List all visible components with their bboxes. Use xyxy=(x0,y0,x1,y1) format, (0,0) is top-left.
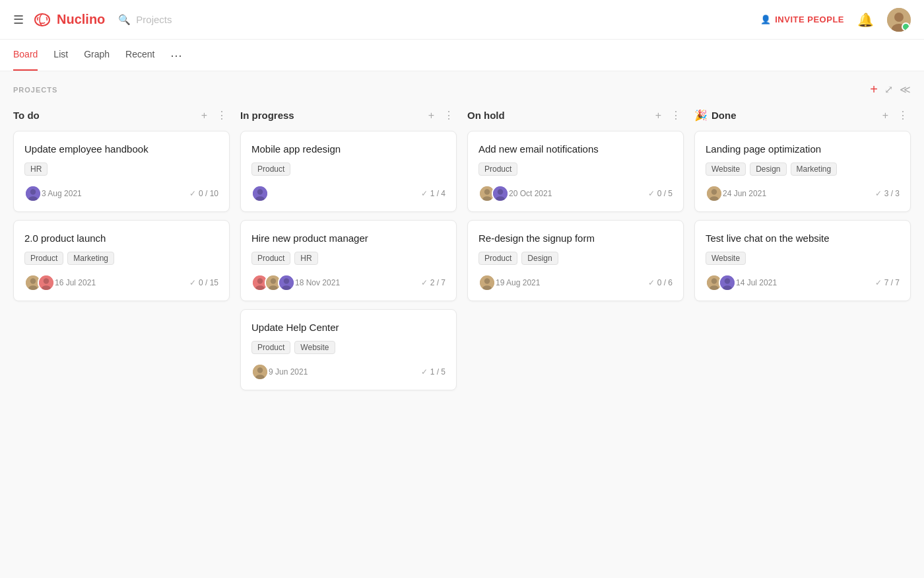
card[interactable]: Re-design the signup formProductDesign 1… xyxy=(467,220,684,301)
search-bar[interactable]: 🔍 Projects xyxy=(118,14,172,26)
column-more-button[interactable]: ⋮ xyxy=(668,108,684,123)
card-tags: ProductDesign xyxy=(478,252,673,265)
card-meta: 3 Aug 2021 xyxy=(24,185,82,202)
collapse-icon[interactable]: ≪ xyxy=(900,83,911,96)
user-avatar[interactable] xyxy=(887,8,911,32)
progress-text: 3 / 3 xyxy=(884,189,900,198)
card-meta: 14 Jul 2021 xyxy=(706,274,777,291)
tag[interactable]: Website xyxy=(706,163,746,176)
card[interactable]: Add new email notificationsProduct 20 Oc… xyxy=(467,131,684,212)
card[interactable]: Update Help CenterProductWebsite 9 Jun 2… xyxy=(240,309,457,390)
tag[interactable]: HR xyxy=(294,252,317,265)
tag[interactable]: Product xyxy=(251,341,290,354)
card-footer: 18 Nov 2021✓ 2 / 7 xyxy=(251,274,446,291)
check-icon: ✓ xyxy=(648,189,655,198)
avatar-group xyxy=(478,274,492,291)
tag[interactable]: Product xyxy=(251,163,290,176)
card-title: Test live chat on the website xyxy=(706,233,900,244)
logo-text: Nuclino xyxy=(57,12,105,27)
tag[interactable]: Design xyxy=(750,163,786,176)
column-more-button[interactable]: ⋮ xyxy=(441,108,457,123)
card-meta: 18 Nov 2021 xyxy=(251,274,340,291)
card-title: Re-design the signup form xyxy=(478,233,673,244)
notification-bell-icon[interactable]: 🔔 xyxy=(857,12,874,28)
svg-point-11 xyxy=(44,278,49,283)
check-icon: ✓ xyxy=(189,278,196,287)
svg-point-8 xyxy=(30,278,36,283)
svg-point-35 xyxy=(484,278,490,283)
svg-point-44 xyxy=(725,278,730,283)
avatar-group xyxy=(251,274,291,291)
svg-point-41 xyxy=(711,278,717,283)
expand-icon[interactable]: ⤢ xyxy=(884,83,893,96)
check-icon: ✓ xyxy=(421,278,428,287)
tag[interactable]: Marketing xyxy=(791,163,838,176)
card[interactable]: Update employee handbookHR 3 Aug 2021✓ 0… xyxy=(13,131,230,212)
svg-point-2 xyxy=(894,13,904,22)
card[interactable]: Test live chat on the websiteWebsite 14 … xyxy=(694,220,911,301)
check-icon: ✓ xyxy=(421,189,428,198)
column-more-button[interactable]: ⋮ xyxy=(895,108,911,123)
tag[interactable]: Product xyxy=(478,252,517,265)
card[interactable]: Landing page optimizationWebsiteDesignMa… xyxy=(694,131,911,212)
svg-point-38 xyxy=(711,189,717,194)
tag[interactable]: Product xyxy=(251,252,290,265)
tag[interactable]: Product xyxy=(478,163,517,176)
check-icon: ✓ xyxy=(648,278,655,287)
avatar-group xyxy=(706,185,719,202)
card-tags: WebsiteDesignMarketing xyxy=(706,163,900,176)
column-add-button[interactable]: + xyxy=(426,108,437,123)
card-tags: Website xyxy=(706,252,900,265)
card-tags: ProductWebsite xyxy=(251,341,446,354)
column-header: On hold+⋮ xyxy=(467,108,684,123)
avatar xyxy=(706,185,723,202)
card-footer: 14 Jul 2021✓ 7 / 7 xyxy=(706,274,900,291)
tab-list[interactable]: List xyxy=(53,40,68,71)
card[interactable]: Mobile app redesignProduct ✓ 1 / 4 xyxy=(240,131,457,212)
card[interactable]: Hire new product managerProductHR 18 Nov… xyxy=(240,220,457,301)
column-add-button[interactable]: + xyxy=(880,108,891,123)
tab-board[interactable]: Board xyxy=(13,40,38,71)
check-icon: ✓ xyxy=(875,278,882,287)
tab-graph[interactable]: Graph xyxy=(84,40,110,71)
tag[interactable]: HR xyxy=(24,163,48,176)
column-title: Done xyxy=(711,110,876,121)
column-header: To do+⋮ xyxy=(13,108,230,123)
avatar xyxy=(478,274,496,291)
column-actions: +⋮ xyxy=(426,108,457,123)
card-footer: 16 Jul 2021✓ 0 / 15 xyxy=(24,274,218,291)
card[interactable]: 2.0 product launchProductMarketing 16 Ju… xyxy=(13,220,230,301)
add-column-icon[interactable]: + xyxy=(870,82,878,97)
column-done: 🎉Done+⋮Landing page optimizationWebsiteD… xyxy=(694,108,911,398)
board-area: PROJECTS + ⤢ ≪ To do+⋮Update employee ha… xyxy=(0,71,924,578)
check-icon: ✓ xyxy=(421,367,428,377)
invite-people-button[interactable]: 👤 INVITE PEOPLE xyxy=(760,15,844,24)
tab-recent[interactable]: Recent xyxy=(125,40,154,71)
avatar xyxy=(492,185,509,202)
tabs-more-icon[interactable]: ⋯ xyxy=(170,48,182,63)
column-more-button[interactable]: ⋮ xyxy=(214,108,230,123)
tag[interactable]: Product xyxy=(24,252,63,265)
card-progress: ✓ 2 / 7 xyxy=(421,278,446,287)
tag[interactable]: Website xyxy=(294,341,335,354)
svg-point-17 xyxy=(257,278,263,283)
tag[interactable]: Marketing xyxy=(67,252,114,265)
card-date: 19 Aug 2021 xyxy=(496,278,540,287)
card-title: Mobile app redesign xyxy=(251,143,446,155)
avatar-group xyxy=(251,363,265,380)
tag[interactable]: Website xyxy=(706,252,746,265)
svg-point-5 xyxy=(30,189,36,194)
card-tags: ProductMarketing xyxy=(24,252,218,265)
card-meta: 19 Aug 2021 xyxy=(478,274,540,291)
invite-icon: 👤 xyxy=(760,15,772,24)
tag[interactable]: Design xyxy=(521,252,558,265)
card-footer: 24 Jun 2021✓ 3 / 3 xyxy=(706,185,900,202)
card-tags: Product xyxy=(251,163,446,176)
column-add-button[interactable]: + xyxy=(653,108,664,123)
logo[interactable]: Nuclino xyxy=(33,11,105,29)
card-date: 18 Nov 2021 xyxy=(295,278,340,287)
column-add-button[interactable]: + xyxy=(199,108,210,123)
hamburger-icon[interactable]: ☰ xyxy=(13,13,24,27)
avatar xyxy=(278,274,295,291)
svg-point-14 xyxy=(257,189,263,194)
